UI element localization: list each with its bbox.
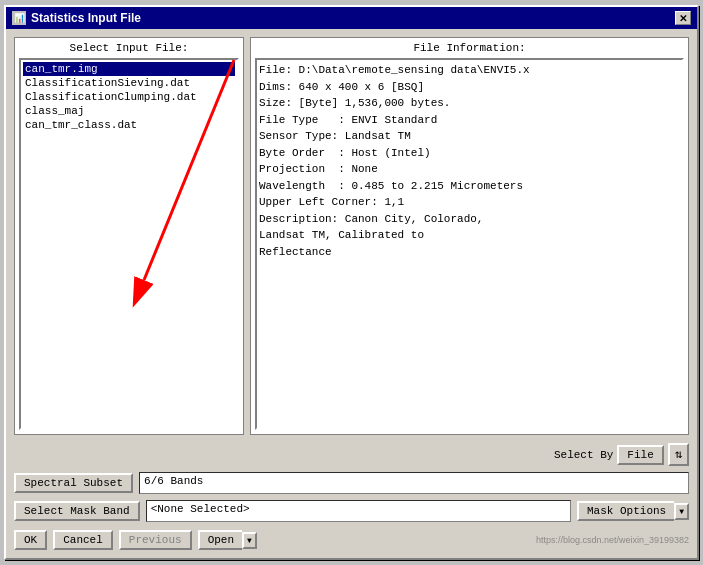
mask-options-dropdown[interactable]: Mask Options ▼ <box>577 501 689 521</box>
title-bar: 📊 Statistics Input File ✕ <box>6 7 697 29</box>
mask-options-arrow[interactable]: ▼ <box>674 503 689 520</box>
select-by-label: Select By <box>554 449 613 461</box>
list-item[interactable]: can_tmr_class.dat <box>23 118 235 132</box>
main-window: 📊 Statistics Input File ✕ Select Input F… <box>4 5 699 560</box>
list-item[interactable]: class_maj <box>23 104 235 118</box>
list-item[interactable]: ClassificationSieving.dat <box>23 76 235 90</box>
spectral-subset-value: 6/6 Bands <box>139 472 689 494</box>
open-arrow[interactable]: ▼ <box>242 532 257 549</box>
file-list-container[interactable]: can_tmr.img ClassificationSieving.dat Cl… <box>19 58 239 430</box>
mask-value: <None Selected> <box>146 500 571 522</box>
mask-options-button[interactable]: Mask Options <box>577 501 674 521</box>
cancel-button[interactable]: Cancel <box>53 530 113 550</box>
file-info-text: File: D:\Data\remote_sensing data\ENVI5.… <box>259 62 680 260</box>
file-list-panel: Select Input File: can_tmr.img Classific… <box>14 37 244 435</box>
file-info-label: File Information: <box>255 42 684 54</box>
window-title: Statistics Input File <box>31 11 141 25</box>
file-info-container: File: D:\Data\remote_sensing data\ENVI5.… <box>255 58 684 430</box>
open-dropdown[interactable]: Open ▼ <box>198 530 257 550</box>
list-item[interactable]: ClassificationClumping.dat <box>23 90 235 104</box>
select-by-file-button[interactable]: File <box>617 445 663 465</box>
window-icon: 📊 <box>12 11 26 25</box>
watermark: https://blog.csdn.net/weixin_39199382 <box>263 535 689 545</box>
close-button[interactable]: ✕ <box>675 11 691 25</box>
previous-button[interactable]: Previous <box>119 530 192 550</box>
select-mask-button[interactable]: Select Mask Band <box>14 501 140 521</box>
ok-button[interactable]: OK <box>14 530 47 550</box>
file-list-label: Select Input File: <box>19 42 239 54</box>
sort-button[interactable]: ⇅ <box>668 443 689 466</box>
mask-row: Select Mask Band <None Selected> Mask Op… <box>14 500 689 522</box>
spectral-subset-button[interactable]: Spectral Subset <box>14 473 133 493</box>
list-item[interactable]: can_tmr.img <box>23 62 235 76</box>
select-by-row: Select By File ⇅ <box>14 443 689 466</box>
file-info-panel: File Information: File: D:\Data\remote_s… <box>250 37 689 435</box>
open-button[interactable]: Open <box>198 530 242 550</box>
bottom-buttons-row: OK Cancel Previous Open ▼ https://blog.c… <box>14 530 689 550</box>
file-list: can_tmr.img ClassificationSieving.dat Cl… <box>23 62 235 132</box>
spectral-subset-row: Spectral Subset 6/6 Bands <box>14 472 689 494</box>
